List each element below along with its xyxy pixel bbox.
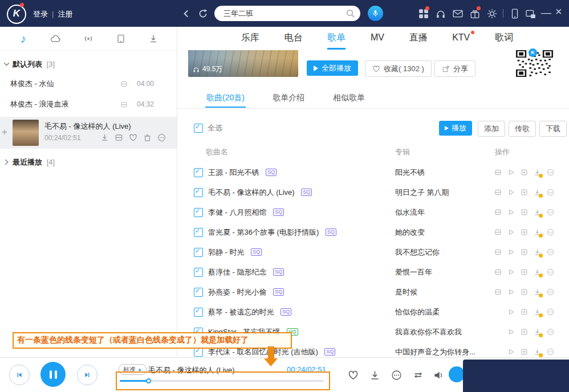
progress-bar[interactable] bbox=[120, 380, 324, 382]
repeat-mode-icon[interactable] bbox=[412, 369, 424, 381]
row-checkbox[interactable] bbox=[194, 308, 203, 317]
add-to-icon[interactable] bbox=[518, 282, 531, 302]
play-icon[interactable] bbox=[505, 262, 518, 282]
row-checkbox[interactable] bbox=[194, 208, 203, 217]
more-icon[interactable] bbox=[544, 282, 557, 302]
content-tab[interactable]: 相似歌单 bbox=[332, 88, 366, 107]
album-cell[interactable]: 明日之子 第八期 bbox=[395, 182, 489, 202]
download-icon[interactable] bbox=[531, 242, 544, 262]
album-cover[interactable]: 49.5万 bbox=[188, 50, 298, 77]
more-icon[interactable] bbox=[390, 369, 403, 381]
download-icon[interactable] bbox=[531, 202, 544, 222]
mv-icon[interactable] bbox=[491, 282, 505, 302]
song-title[interactable]: 孙燕姿 - 时光小偷 bbox=[208, 288, 267, 296]
row-checkbox[interactable] bbox=[194, 228, 203, 237]
sidebar-song-row[interactable]: 林俊杰 - 水仙 04:00 bbox=[0, 74, 177, 94]
volume-icon[interactable] bbox=[432, 369, 445, 381]
play-selected-button[interactable]: 播放 bbox=[439, 121, 472, 136]
more-icon[interactable] bbox=[544, 162, 557, 182]
download-manager-icon[interactable] bbox=[146, 31, 161, 46]
song-row[interactable]: 郭静 - 时光 SQ 我不想忘记你 bbox=[177, 242, 569, 262]
album-cell[interactable]: 阳光不锈 bbox=[395, 162, 489, 182]
login-link[interactable]: 登录 bbox=[33, 10, 48, 18]
more-icon[interactable] bbox=[544, 322, 557, 342]
search-icon[interactable] bbox=[346, 9, 355, 18]
add-to-icon[interactable] bbox=[518, 342, 531, 358]
sidebar-song-row[interactable]: 林俊杰 - 浪漫血液 04:32 bbox=[0, 94, 177, 115]
row-checkbox[interactable] bbox=[194, 268, 203, 277]
content-tab[interactable]: 歌曲(20首) bbox=[205, 88, 246, 108]
voice-search-icon[interactable] bbox=[368, 6, 383, 21]
song-row[interactable]: 李健 - 八月照相馆 SQ 似水流年 bbox=[177, 202, 569, 222]
song-row[interactable]: 毛不易 - 像这样的人 (Live) SQ 明日之子 第八期 bbox=[177, 182, 569, 202]
play-icon[interactable] bbox=[505, 182, 518, 202]
album-cell[interactable]: 爱恨一百年 bbox=[395, 262, 489, 282]
album-cell[interactable]: 恰似你的温柔 bbox=[395, 302, 489, 322]
row-checkbox[interactable] bbox=[194, 248, 203, 257]
heart-icon[interactable] bbox=[347, 369, 359, 381]
add-to-icon[interactable] bbox=[518, 182, 531, 202]
register-link[interactable]: 注册 bbox=[58, 10, 72, 18]
mv-icon[interactable] bbox=[491, 182, 505, 202]
add-to-icon[interactable] bbox=[518, 202, 531, 222]
album-cell[interactable]: 我喜欢你你不喜欢我 bbox=[395, 322, 489, 342]
add-button[interactable]: + bbox=[2, 126, 7, 138]
progress-handle[interactable] bbox=[146, 378, 151, 383]
share-button[interactable]: 分享 bbox=[434, 60, 475, 77]
more-icon[interactable] bbox=[544, 222, 557, 242]
song-row[interactable]: 孙燕姿 - 时光小偷 SQ 是时候 bbox=[177, 282, 569, 302]
add-to-icon[interactable] bbox=[518, 302, 531, 322]
play-icon[interactable] bbox=[505, 162, 518, 182]
row-checkbox[interactable] bbox=[194, 288, 203, 297]
mv-icon[interactable] bbox=[491, 222, 505, 242]
play-icon[interactable] bbox=[505, 302, 518, 322]
download-icon[interactable] bbox=[531, 282, 544, 302]
heart-icon[interactable] bbox=[129, 133, 137, 142]
song-title[interactable]: 李健 - 八月照相馆 bbox=[208, 208, 267, 217]
nav-tab[interactable]: 歌单 bbox=[327, 27, 346, 50]
sidebar-group-default[interactable]: 默认列表 [3] bbox=[0, 55, 177, 74]
back-icon[interactable] bbox=[181, 9, 192, 19]
download-selected-button[interactable]: 下载 bbox=[539, 121, 567, 137]
song-title[interactable]: 王源 - 阳光不锈 bbox=[208, 168, 259, 177]
download-icon[interactable] bbox=[531, 262, 544, 282]
mini-mode-icon[interactable] bbox=[526, 9, 536, 19]
download-icon[interactable] bbox=[368, 369, 381, 381]
album-cell[interactable]: 她的改变 bbox=[395, 222, 489, 242]
mv-icon[interactable] bbox=[120, 80, 128, 88]
row-checkbox[interactable] bbox=[194, 348, 203, 357]
local-music-icon[interactable]: ♪ bbox=[16, 31, 31, 46]
play-icon[interactable] bbox=[505, 222, 518, 242]
song-title[interactable]: 毛不易 - 像这样的人 (Live) bbox=[208, 188, 295, 197]
refresh-icon[interactable] bbox=[198, 9, 208, 19]
download-icon[interactable] bbox=[100, 133, 109, 142]
play-icon[interactable] bbox=[505, 242, 518, 262]
download-icon[interactable] bbox=[531, 322, 544, 342]
more-icon[interactable] bbox=[544, 242, 557, 262]
song-row[interactable]: 蔡琴 - 被遗忘的时光 SQ 恰似你的温柔 bbox=[177, 302, 569, 322]
previous-track-button[interactable] bbox=[9, 365, 30, 385]
nav-tab[interactable]: 乐库 bbox=[241, 27, 259, 48]
mv-icon[interactable] bbox=[491, 242, 505, 262]
search-input[interactable] bbox=[222, 6, 342, 21]
kuwo-logo[interactable]: K bbox=[7, 5, 26, 24]
quality-selector[interactable]: 标准 bbox=[119, 364, 147, 375]
more-icon[interactable] bbox=[544, 262, 557, 282]
song-row[interactable]: 王源 - 阳光不锈 SQ 阳光不锈 bbox=[177, 162, 569, 182]
play-icon[interactable] bbox=[505, 342, 518, 358]
content-tab[interactable]: 歌单介绍 bbox=[272, 88, 306, 107]
song-title[interactable]: 雷光夏 - 第36个故事 (电影抒情版) bbox=[208, 228, 319, 236]
more-icon[interactable] bbox=[544, 302, 557, 322]
song-title[interactable]: 蔡淳佳 - 隐形纪念 bbox=[208, 268, 267, 276]
play-icon[interactable] bbox=[505, 202, 518, 222]
add-selected-button[interactable]: 添加 bbox=[478, 121, 505, 137]
song-title[interactable]: 郭静 - 时光 bbox=[208, 248, 245, 256]
song-row[interactable]: 雷光夏 - 第36个故事 (电影抒情版) SQ 她的改变 bbox=[177, 222, 569, 242]
pause-button[interactable] bbox=[40, 362, 66, 387]
download-icon[interactable] bbox=[531, 222, 544, 242]
headset-icon[interactable] bbox=[436, 9, 446, 19]
play-icon[interactable] bbox=[505, 282, 518, 302]
mv-icon[interactable] bbox=[491, 162, 505, 182]
next-track-button[interactable] bbox=[77, 365, 97, 385]
close-icon[interactable]: × bbox=[555, 6, 562, 17]
